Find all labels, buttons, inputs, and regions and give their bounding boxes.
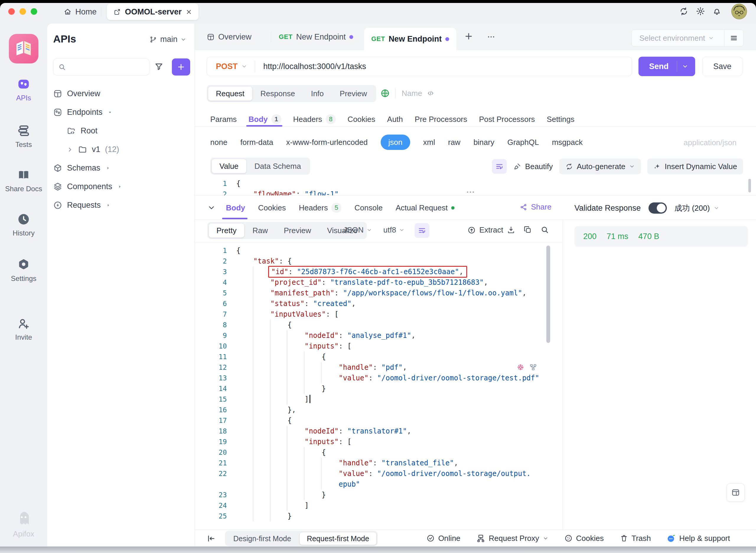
response-view-raw[interactable]: Raw <box>245 223 276 238</box>
download-icon[interactable] <box>507 225 515 234</box>
home-tab[interactable]: Home <box>64 6 96 18</box>
response-view-pretty[interactable]: Pretty <box>209 223 244 238</box>
layout-panel-button[interactable] <box>727 483 745 502</box>
search-response-icon[interactable] <box>540 225 549 234</box>
request-tab-auth[interactable]: Auth <box>387 115 403 124</box>
zoom-window-button[interactable] <box>31 8 37 15</box>
tree-item-requests[interactable]: Requests <box>53 196 192 215</box>
gear-icon[interactable] <box>696 6 705 16</box>
sidebar-item-apis[interactable]: APIs <box>0 77 47 102</box>
body-editor-tab-value[interactable]: Value <box>212 159 246 173</box>
close-window-button[interactable] <box>8 8 15 15</box>
request-body-editor[interactable]: 1{2"flowName": "flow-1" <box>195 178 756 195</box>
response-tab-body[interactable]: Body <box>226 203 245 213</box>
doc-tab-new-endpoint[interactable]: GETNew Endpoint <box>371 34 449 44</box>
save-button[interactable]: Save <box>702 57 742 76</box>
format-select[interactable]: JSON <box>343 225 372 235</box>
response-tab-headers[interactable]: Headers5 <box>299 203 341 213</box>
copy-icon[interactable] <box>523 225 532 234</box>
search-input[interactable] <box>53 59 149 76</box>
sidebar-item-settings[interactable]: Settings <box>0 258 47 283</box>
sidebar-item-history[interactable]: History <box>0 213 47 237</box>
mode-request-first-mode[interactable]: Request-first Mode <box>299 532 376 545</box>
request-tab-pre-processors[interactable]: Pre Processors <box>415 115 467 124</box>
request-tab-cookies[interactable]: Cookies <box>348 115 375 124</box>
body-editor-tab-data-schema[interactable]: Data Schema <box>247 159 309 173</box>
sidebar-item-share-docs[interactable]: Share Docs <box>0 168 47 193</box>
extract-button[interactable]: Extract <box>468 225 503 235</box>
new-tab-button[interactable] <box>464 32 473 41</box>
send-button[interactable]: Send <box>638 57 695 76</box>
bell-icon[interactable] <box>712 6 721 16</box>
request-proxy-button[interactable]: Request Proxy <box>476 534 548 543</box>
more-tabs-icon[interactable] <box>487 32 495 41</box>
url-input[interactable]: http://localhost:3000/v1/tasks <box>263 62 366 71</box>
request-tab-settings[interactable]: Settings <box>547 115 574 124</box>
request-tab-post-processors[interactable]: Post Processors <box>479 115 535 124</box>
collapse-response-chevron-icon[interactable] <box>207 204 216 212</box>
response-scrollbar[interactable] <box>546 245 550 343</box>
close-tab-icon[interactable] <box>186 9 192 15</box>
sync-icon[interactable] <box>679 7 688 16</box>
view-tab-info[interactable]: Info <box>303 86 331 101</box>
avatar[interactable] <box>731 4 747 19</box>
collapse-sidebar-icon[interactable] <box>207 534 216 543</box>
globe-icon[interactable] <box>381 88 390 98</box>
filter-icon[interactable] <box>154 62 163 71</box>
tree-item-root[interactable]: Root <box>53 122 192 140</box>
request-tab-body[interactable]: Body1 <box>249 114 281 124</box>
charset-select[interactable]: utf8 <box>383 225 405 235</box>
tree-item-schemas[interactable]: Schemas <box>53 159 192 177</box>
response-tab-cookies[interactable]: Cookies <box>258 203 286 213</box>
tree-item-endpoints[interactable]: Endpoints <box>53 103 192 122</box>
auto-generate-button[interactable]: Auto-generate <box>559 158 641 174</box>
share-button[interactable]: Share <box>520 203 551 212</box>
response-wrap-button[interactable] <box>415 223 429 238</box>
body-type-graphql[interactable]: GraphQL <box>507 138 539 147</box>
body-type-msgpack[interactable]: msgpack <box>552 138 582 147</box>
response-tab-console[interactable]: Console <box>354 203 383 213</box>
response-tab-actual-request[interactable]: Actual Request <box>396 203 455 213</box>
beautify-button[interactable]: Beautify <box>513 162 553 171</box>
view-tab-preview[interactable]: Preview <box>332 86 374 101</box>
project-tab[interactable]: OOMOL-server <box>107 4 198 20</box>
environment-menu-icon[interactable] <box>730 34 738 42</box>
branch-selector[interactable]: main <box>149 35 186 44</box>
view-tab-request[interactable]: Request <box>208 86 252 101</box>
sidebar-item-tests[interactable]: Tests <box>0 124 47 149</box>
body-type-binary[interactable]: binary <box>473 138 494 147</box>
cookies-button[interactable]: Cookies <box>564 534 604 543</box>
body-type-json[interactable]: json <box>381 135 410 150</box>
tree-item-v1[interactable]: v1(12) <box>53 140 192 159</box>
response-body-viewer[interactable]: 1{2"task": {3"id": "25d87873-f76c-46cb-a… <box>195 243 563 530</box>
request-tab-headers[interactable]: Headers8 <box>293 114 336 124</box>
body-type-form-data[interactable]: form-data <box>240 138 273 147</box>
jsonpath-icon[interactable] <box>529 363 537 371</box>
add-endpoint-button[interactable] <box>172 59 190 76</box>
trash-button[interactable]: Trash <box>620 534 651 543</box>
body-type-xml[interactable]: xml <box>423 138 435 147</box>
view-tab-response[interactable]: Response <box>253 86 303 101</box>
environment-select[interactable]: Select environment <box>631 29 744 47</box>
workspace-logo[interactable] <box>9 34 39 64</box>
online-status[interactable]: Online <box>426 534 460 543</box>
body-type-none[interactable]: none <box>210 138 227 147</box>
method-select[interactable]: POST <box>216 62 238 71</box>
body-type-raw[interactable]: raw <box>448 138 460 147</box>
minimize-window-button[interactable] <box>19 8 26 15</box>
insert-dynamic-value-button[interactable]: Insert Dynamic Value <box>647 158 743 174</box>
help-support-button[interactable]: Help & support <box>667 534 730 543</box>
body-type-x-www-form-urlencoded[interactable]: x-www-form-urlencoded <box>286 138 368 147</box>
invite-button[interactable]: Invite <box>0 317 47 341</box>
doc-tab-new-endpoint[interactable]: GETNew Endpoint <box>279 32 353 42</box>
doc-tab-overview[interactable]: Overview <box>207 32 252 42</box>
name-placeholder[interactable]: Name <box>402 89 422 98</box>
mode-design-first-mode[interactable]: Design-first Mode <box>226 532 298 545</box>
extract-field-icon[interactable] <box>517 363 525 371</box>
send-options-chevron-icon[interactable] <box>682 63 688 70</box>
request-tab-params[interactable]: Params <box>210 115 237 124</box>
validate-toggle[interactable] <box>648 203 667 214</box>
response-view-preview[interactable]: Preview <box>276 223 319 238</box>
tree-item-overview[interactable]: Overview <box>53 84 192 103</box>
editor-scrollbar[interactable] <box>748 179 751 192</box>
